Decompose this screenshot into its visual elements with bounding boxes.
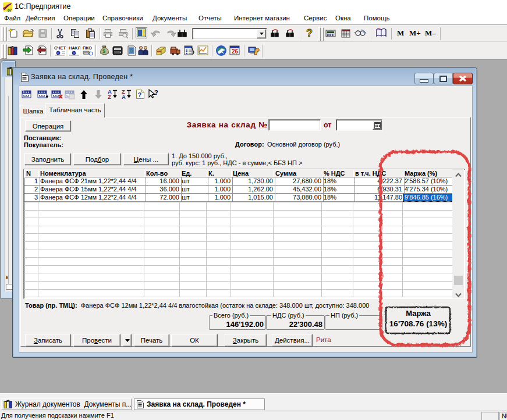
svg-text:?: ? — [306, 27, 313, 39]
svg-text:A: A — [122, 94, 126, 99]
svg-text:$: $ — [102, 48, 105, 54]
svg-text:?: ? — [154, 89, 158, 96]
svg-text:Z: Z — [108, 94, 111, 99]
svg-text:07: 07 — [8, 8, 12, 12]
svg-text:26: 26 — [232, 48, 239, 55]
svg-text:?: ? — [138, 91, 142, 98]
svg-text:СЧЕТ: СЧЕТ — [54, 45, 66, 51]
svg-text:ПКО: ПКО — [83, 45, 92, 51]
svg-text:НАКЛ: НАКЛ — [69, 45, 80, 51]
